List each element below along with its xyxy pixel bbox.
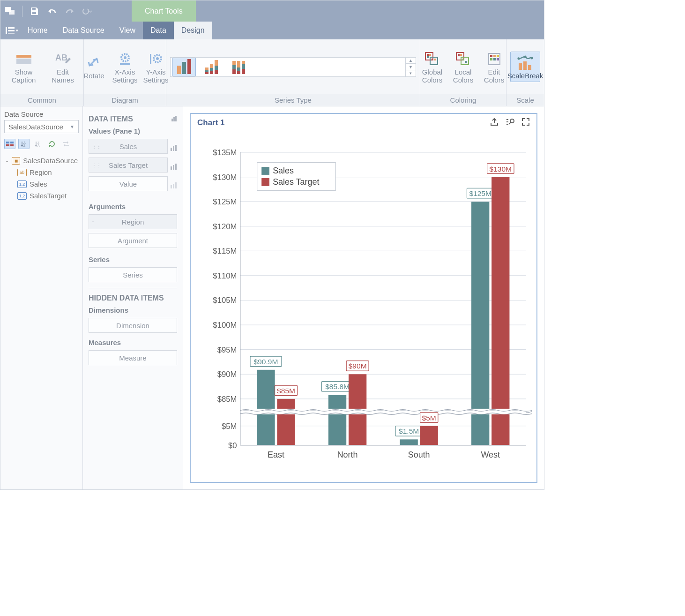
series-thumb-fullstacked[interactable] xyxy=(227,58,250,76)
edit-names-icon: AB xyxy=(54,50,71,68)
gallery-expand-icon[interactable]: ▾ xyxy=(406,70,416,76)
svg-rect-120 xyxy=(471,414,489,445)
tab-view[interactable]: View xyxy=(112,22,143,39)
svg-rect-63 xyxy=(175,182,177,188)
series-slot[interactable]: Series xyxy=(89,267,177,282)
refresh-button[interactable] xyxy=(46,139,58,149)
ribbon-group-coloring: Coloring xyxy=(420,94,506,106)
svg-text:$90M: $90M xyxy=(217,370,237,379)
svg-rect-9 xyxy=(16,55,31,58)
field-sales[interactable]: 1,2Sales xyxy=(4,178,79,190)
svg-text:South: South xyxy=(408,450,430,459)
svg-text:$130M: $130M xyxy=(213,173,237,182)
gallery-up-icon[interactable]: ▲ xyxy=(406,58,416,64)
value-slot-empty[interactable]: Value xyxy=(89,176,168,191)
caption-icon xyxy=(15,50,33,68)
tree-root[interactable]: ⌄ ◼ SalesDataSource xyxy=(4,155,79,166)
sidebar-data-source: Data Source SalesDataSource ▼ AZ ZA ⌄ ◼ … xyxy=(0,106,83,489)
hidden-items-title: HIDDEN DATA ITEMS xyxy=(89,294,177,302)
svg-rect-125 xyxy=(491,177,509,409)
svg-point-40 xyxy=(531,57,533,60)
bars-icon[interactable] xyxy=(171,182,177,190)
gallery-down-icon[interactable]: ▼ xyxy=(406,64,416,70)
svg-text:$130M: $130M xyxy=(490,165,512,173)
svg-text:A: A xyxy=(37,144,40,147)
svg-rect-46 xyxy=(10,142,14,143)
export-icon[interactable] xyxy=(490,118,499,128)
svg-point-16 xyxy=(156,57,159,60)
svg-rect-57 xyxy=(175,145,177,151)
scalebreak-icon xyxy=(516,54,535,72)
redo-icon[interactable] xyxy=(64,5,76,17)
show-caption-button[interactable]: Show Caption xyxy=(4,48,43,86)
refresh-dropdown-icon[interactable] xyxy=(82,5,94,17)
rotate-button[interactable]: Rotate xyxy=(80,52,108,82)
svg-rect-8 xyxy=(8,33,15,34)
chart-title: Chart 1 xyxy=(197,118,225,128)
svg-rect-5 xyxy=(6,27,7,34)
data-source-combo[interactable]: SalesDataSource ▼ xyxy=(4,120,79,133)
svg-rect-14 xyxy=(120,63,130,65)
app-logo-icon xyxy=(4,5,16,17)
context-tab-chart-tools: Chart Tools xyxy=(132,0,196,22)
svg-text:$85M: $85M xyxy=(217,395,237,404)
edit-colors-button[interactable]: Edit Colors xyxy=(480,48,508,86)
svg-text:$90M: $90M xyxy=(349,362,367,370)
field-salestarget[interactable]: 1,2SalesTarget xyxy=(4,190,79,202)
rotate-icon xyxy=(87,54,102,72)
svg-point-38 xyxy=(518,58,520,60)
svg-text:Sales: Sales xyxy=(273,166,294,175)
yaxis-settings-button[interactable]: Y-Axis Settings xyxy=(142,48,170,86)
svg-rect-55 xyxy=(171,148,172,151)
svg-rect-54 xyxy=(175,116,177,121)
filter-icon[interactable] xyxy=(506,118,515,128)
save-icon[interactable] xyxy=(28,5,40,17)
global-colors-icon xyxy=(424,50,440,68)
tab-data-source[interactable]: Data Source xyxy=(55,22,112,39)
svg-rect-44 xyxy=(6,142,9,143)
chart-box[interactable]: Chart 1 $135M$130M$125M$120M$115M$110M$1… xyxy=(190,113,537,483)
menu-list-icon[interactable]: ▾ xyxy=(3,22,20,39)
series-type-gallery[interactable]: ▲ ▼ ▾ xyxy=(170,57,416,77)
edit-names-button[interactable]: AB Edit Names xyxy=(46,48,80,86)
swap-button[interactable] xyxy=(60,139,72,149)
tab-data[interactable]: Data xyxy=(143,22,174,39)
undo-icon[interactable] xyxy=(46,5,58,17)
svg-rect-53 xyxy=(173,117,175,121)
tab-design[interactable]: Design xyxy=(174,22,212,39)
series-thumb-bar[interactable] xyxy=(172,58,196,76)
svg-text:$100M: $100M xyxy=(213,321,237,330)
svg-rect-37 xyxy=(497,58,499,60)
sort-az-button[interactable]: AZ xyxy=(18,139,30,149)
value-slot-sales[interactable]: ⋮⋮Sales xyxy=(89,139,168,154)
field-region[interactable]: abRegion xyxy=(4,166,79,178)
xaxis-settings-button[interactable]: X-Axis Settings xyxy=(111,48,139,86)
svg-rect-17 xyxy=(150,54,151,64)
svg-text:West: West xyxy=(481,450,500,459)
measure-slot[interactable]: Measure xyxy=(89,350,177,365)
scalebreak-button[interactable]: ScaleBreak xyxy=(510,52,540,82)
svg-rect-95 xyxy=(257,414,275,445)
maximize-icon[interactable] xyxy=(521,118,530,128)
group-by-type-button[interactable] xyxy=(4,139,15,149)
series-thumb-stacked[interactable] xyxy=(200,58,223,76)
ribbon-group-series-type: Series Type xyxy=(166,94,420,106)
ribbon-group-common: Common xyxy=(0,94,83,106)
tab-home[interactable]: Home xyxy=(20,22,55,39)
argument-slot-region[interactable]: ↑Region xyxy=(89,214,177,229)
dimension-slot[interactable]: Dimension xyxy=(89,318,177,333)
ribbon-group-diagram: Diagram xyxy=(84,94,166,106)
svg-text:$120M: $120M xyxy=(213,222,237,231)
svg-text:Z: Z xyxy=(23,144,26,147)
argument-slot-empty[interactable]: Argument xyxy=(89,233,177,248)
arguments-title: Arguments xyxy=(89,203,177,210)
gear-y-icon xyxy=(149,50,163,68)
svg-rect-32 xyxy=(490,55,492,57)
svg-text:Sales Target: Sales Target xyxy=(273,177,319,187)
bars-icon[interactable] xyxy=(171,163,177,171)
sort-za-button[interactable]: ZA xyxy=(32,139,44,149)
local-colors-button[interactable]: Local Colors xyxy=(449,48,477,86)
bars-icon[interactable] xyxy=(171,144,177,152)
value-slot-sales-target[interactable]: ⋮⋮Sales Target xyxy=(89,158,168,173)
global-colors-button[interactable]: Global Colors xyxy=(418,48,447,86)
